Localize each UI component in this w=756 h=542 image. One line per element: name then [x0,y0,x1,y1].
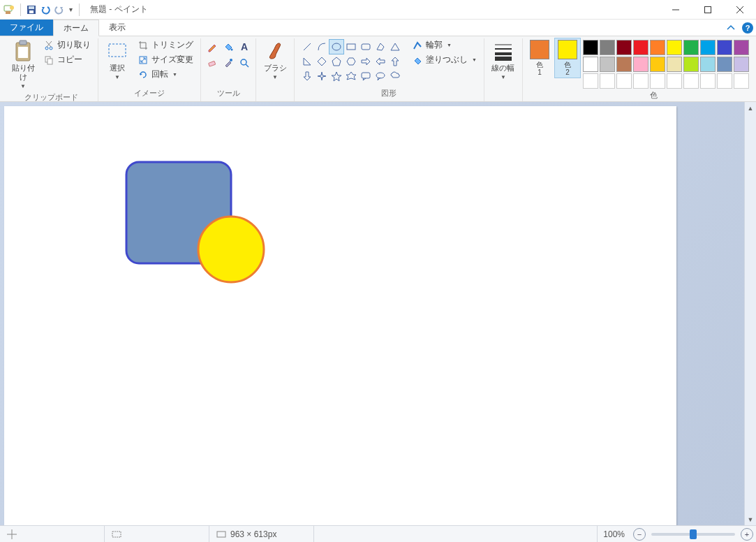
outline-button[interactable]: 輪郭 ▼ [409,38,480,52]
svg-line-25 [246,64,249,67]
copy-button[interactable]: コピー [40,53,94,66]
shape-rect[interactable] [344,40,358,54]
shape-arrow-up[interactable] [388,54,402,68]
crop-button[interactable]: トリミング [135,38,196,52]
shape-6star[interactable] [344,69,358,83]
palette-swatch-empty[interactable] [633,73,648,89]
shape-arrow-down[interactable] [300,69,314,83]
shape-line[interactable] [300,40,314,54]
palette-swatch-empty[interactable] [600,73,615,89]
shapes-gallery[interactable] [299,38,403,85]
save-button[interactable] [26,4,37,15]
ribbon-collapse-icon[interactable] [722,20,739,36]
cut-button[interactable]: 切り取り [40,38,94,52]
text-tool[interactable]: A [237,40,251,54]
scroll-down-icon[interactable]: ▼ [745,513,756,525]
rotate-button[interactable]: 回転 ▼ [135,68,196,81]
shape-triangle[interactable] [388,40,402,54]
resize-button[interactable]: サイズ変更 [135,53,196,66]
fill-tool[interactable] [221,40,235,54]
color-palette[interactable] [583,38,749,89]
shape-callout-oval[interactable] [373,69,387,83]
shape-polygon[interactable] [373,40,387,54]
shape-arrow-right[interactable] [359,54,373,68]
palette-swatch[interactable] [683,40,699,55]
palette-swatch[interactable] [717,40,732,55]
palette-swatch[interactable] [616,40,632,55]
palette-swatch[interactable] [633,57,648,72]
palette-swatch-empty[interactable] [583,73,598,89]
palette-swatch[interactable] [734,40,749,55]
tab-view[interactable]: 表示 [99,20,135,36]
canvas[interactable] [4,106,676,525]
palette-swatch[interactable] [734,57,749,72]
palette-swatch[interactable] [700,57,716,72]
palette-swatch[interactable] [700,40,716,55]
palette-swatch-empty[interactable] [683,73,699,89]
canvas-area[interactable] [0,102,744,525]
color2-button[interactable]: 色 2 [555,38,580,78]
help-button[interactable]: ? [739,20,756,36]
shape-pentagon[interactable] [329,54,343,68]
shape-curve[interactable] [315,40,329,54]
palette-swatch[interactable] [650,40,665,55]
shape-5star[interactable] [329,69,343,83]
maximize-button[interactable] [692,0,724,20]
tab-home[interactable]: ホーム [53,20,99,36]
palette-swatch[interactable] [600,40,615,55]
window-title: 無題 - ペイント [90,3,148,15]
shape-4star[interactable] [315,69,329,83]
palette-swatch[interactable] [583,40,598,55]
undo-button[interactable] [40,4,51,15]
palette-swatch-empty[interactable] [667,73,682,89]
edit-colors-button[interactable]: 色の 編集 [752,38,756,83]
shape-arrow-left[interactable] [373,54,387,68]
palette-swatch[interactable] [650,57,665,72]
palette-swatch-empty[interactable] [650,73,665,89]
palette-swatch[interactable] [600,57,615,72]
color1-button[interactable]: 色 1 [527,38,552,78]
shape-roundrect[interactable] [359,40,373,54]
shape-callout-round[interactable] [359,69,373,83]
vertical-scrollbar[interactable]: ▲ ▼ [744,102,756,525]
palette-swatch[interactable] [583,57,598,72]
palette-swatch[interactable] [616,57,632,72]
shape-callout-cloud[interactable] [388,69,402,83]
tab-file[interactable]: ファイル [0,20,53,36]
eyedropper-tool[interactable] [221,56,235,70]
palette-swatch-empty[interactable] [717,73,732,89]
palette-swatch-empty[interactable] [734,73,749,89]
magnifier-tool[interactable] [237,56,251,70]
shape-right-triangle[interactable] [300,54,314,68]
crop-icon [138,40,149,51]
palette-swatch[interactable] [717,57,732,72]
zoom-out-button[interactable]: − [633,528,646,541]
paste-button[interactable]: 貼り付け ▼ [8,38,38,91]
svg-point-31 [376,73,385,78]
minimize-button[interactable] [660,0,692,20]
fill-shape-button[interactable]: 塗りつぶし ▼ [409,53,480,66]
group-label-colors: 色 [527,89,756,103]
brushes-button[interactable]: ブラシ ▼ [260,38,290,82]
scroll-up-icon[interactable]: ▲ [745,102,756,114]
shape-diamond[interactable] [315,54,329,68]
palette-swatch-empty[interactable] [616,73,632,89]
qat-customize[interactable]: ▾ [68,6,74,13]
palette-swatch[interactable] [683,57,699,72]
pencil-tool[interactable] [205,40,219,54]
zoom-slider[interactable] [651,533,735,536]
zoom-in-button[interactable]: + [741,528,753,541]
shape-hexagon[interactable] [344,54,358,68]
svg-rect-28 [347,44,355,50]
palette-swatch-empty[interactable] [700,73,716,89]
line-width-button[interactable]: 線の幅 ▼ [489,38,518,82]
select-button[interactable]: 選択 ▼ [103,38,132,82]
palette-swatch[interactable] [633,40,648,55]
eraser-tool[interactable] [205,56,219,70]
palette-swatch[interactable] [667,40,682,55]
close-button[interactable] [724,0,756,20]
svg-rect-30 [362,73,370,78]
redo-button[interactable] [54,4,65,15]
shape-oval[interactable] [329,40,343,54]
palette-swatch[interactable] [667,57,682,72]
